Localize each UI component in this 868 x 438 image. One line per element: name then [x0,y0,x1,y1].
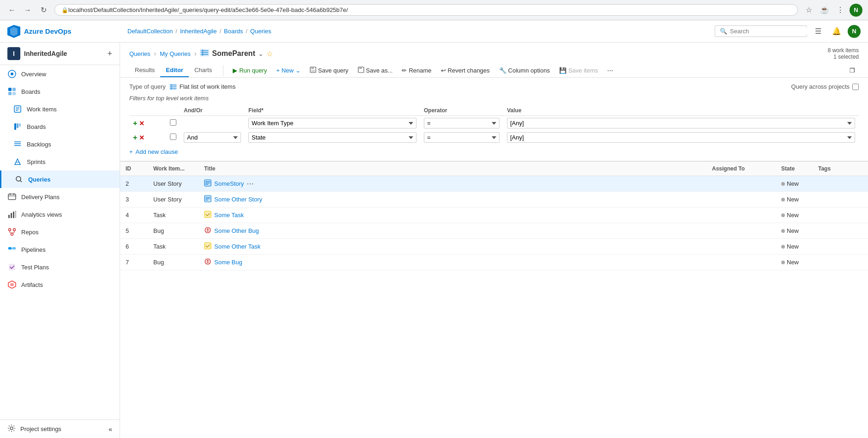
wi-title-link[interactable]: Some Other Bug [214,227,259,234]
save-items-button[interactable]: 💾 Save items [555,65,602,76]
search-icon: 🔍 [720,28,727,35]
more-actions-button[interactable]: ⋯ [603,65,617,76]
tab-editor[interactable]: Editor [160,64,189,77]
sidebar-item-boards[interactable]: Boards [0,118,120,135]
table-row[interactable]: 2 User Story SomeStory ⋯ [120,176,868,192]
wi-title-link[interactable]: Some Task [214,212,244,219]
tab-results[interactable]: Results [129,64,160,77]
col-header-state: State [776,162,813,176]
filter-row2-field-select[interactable]: State Work Item Type Title Assigned To [248,132,416,143]
filter-row2-andor-select[interactable]: And Or [184,132,241,143]
sidebar-item-pipelines[interactable]: Pipelines [0,241,120,258]
cell-state: New [776,255,813,270]
filter-row2-remove-button[interactable]: ✕ [139,134,145,141]
filter-row1-operator-select[interactable]: = != In [424,118,500,128]
sidebar-collapse-icon[interactable]: « [108,426,112,433]
top-nav: Azure DevOps DefaultCollection / Inherit… [0,20,868,43]
address-bar[interactable]: 🔒 localhost/DefaultCollection/InheritedA… [54,4,798,16]
revert-changes-button[interactable]: ↩ Revert changes [437,65,494,76]
save-query-button[interactable]: Save query [306,65,352,76]
filter-row2-value-select[interactable]: [Any] New Active Closed [507,132,855,143]
filter-row1-remove-button[interactable]: ✕ [139,120,145,127]
wi-story-icon [204,195,211,204]
add-clause-button[interactable]: + Add new clause [129,148,859,155]
filter-row1-checkbox[interactable] [170,119,176,126]
column-options-button[interactable]: 🔧 Column options [495,65,554,76]
filter-row2-add-button[interactable]: + [133,134,137,142]
sidebar-item-sprints[interactable]: Sprints [0,153,120,170]
wi-title-link[interactable]: Some Bug [214,259,242,266]
project-name[interactable]: I InheritedAgile [7,47,67,60]
wi-title-link[interactable]: SomeStory [214,180,244,187]
filter-col-actions-header [129,105,166,116]
svg-line-37 [12,232,14,233]
save-as-icon [358,67,364,74]
bc-default-collection[interactable]: DefaultCollection [127,28,173,35]
wi-title-link[interactable]: Some Other Story [214,196,262,203]
table-row[interactable]: 3 User Story Some Other Story [120,192,868,207]
filter-col-check-header [166,105,180,116]
add-project-button[interactable]: + [107,49,112,59]
filter-row1-field-select[interactable]: Work Item Type State Title Assigned To [248,118,416,128]
sidebar-item-label-analytics-views: Analytics views [21,211,62,218]
query-title-dropdown-button[interactable]: ⌄ [258,50,264,57]
extensions-button[interactable]: ☕ [818,4,831,17]
filter-row2-operator-select[interactable]: = != In [424,132,500,143]
run-query-button[interactable]: ▶ Run query [229,65,271,76]
wi-title-link[interactable]: Some Other Task [214,243,260,250]
table-row[interactable]: 4 Task Some Task [120,207,868,223]
search-input[interactable] [730,28,808,35]
sidebar-item-overview[interactable]: Overview [0,65,120,83]
sidebar-item-work-items[interactable]: Work items [0,100,120,118]
reload-button[interactable]: ↻ [37,4,50,17]
forward-button[interactable]: → [21,4,34,17]
app-body: I InheritedAgile + Overview Boards [0,43,868,438]
browser-menu-button[interactable]: ⋮ [834,4,847,17]
cell-assigned-to [706,223,776,239]
svg-marker-43 [10,283,14,286]
pipelines-icon [7,245,17,254]
browser-nav-controls[interactable]: ← → ↻ [6,4,50,17]
expand-icon: ❐ [850,67,855,74]
bc-inherited-agile[interactable]: InheritedAgile [180,28,217,35]
search-box[interactable]: 🔍 [715,25,807,37]
query-bc-queries[interactable]: Queries [129,50,151,57]
svg-point-44 [10,427,13,430]
settings-nav-button[interactable]: ☰ [811,24,826,39]
expand-button[interactable]: ❐ [846,65,859,76]
table-row[interactable]: 5 Bug Some Other Bug [120,223,868,239]
state-dot [781,229,785,233]
sidebar-item-artifacts[interactable]: Artifacts [0,276,120,293]
row-ellipsis-button[interactable]: ⋯ [247,179,254,188]
query-across-checkbox[interactable] [852,84,859,90]
tab-charts[interactable]: Charts [189,64,217,77]
sidebar-item-analytics-views[interactable]: Analytics views [0,206,120,223]
bc-boards[interactable]: Boards [224,28,243,35]
back-button[interactable]: ← [6,4,18,17]
query-title-star-button[interactable]: ☆ [266,49,273,58]
table-row[interactable]: 7 Bug Some Bug N [120,255,868,270]
filter-row2-checkbox[interactable] [170,134,176,140]
bookmark-button[interactable]: ☆ [802,4,815,17]
cell-state: New [776,239,813,255]
sidebar-item-boards-section[interactable]: Boards [0,83,120,100]
notifications-button[interactable]: 🔔 [829,24,844,39]
sidebar-item-backlogs[interactable]: Backlogs [0,135,120,153]
sidebar-item-test-plans[interactable]: Test Plans [0,258,120,276]
app-logo[interactable]: Azure DevOps [7,25,127,38]
sidebar-item-queries[interactable]: Queries [0,170,120,188]
filter-row1-add-button[interactable]: + [133,119,137,128]
state-dot [781,213,785,217]
new-button[interactable]: + New ⌄ [272,65,304,76]
sidebar-item-project-settings[interactable]: Project settings « [0,420,120,438]
sidebar-item-delivery-plans[interactable]: Delivery Plans [0,188,120,206]
filter-row1-value-select[interactable]: [Any] User Story Task Bug [507,118,855,128]
table-row[interactable]: 6 Task Some Other Task [120,239,868,255]
save-as-button[interactable]: Save as... [354,65,397,76]
sidebar-item-repos[interactable]: Repos [0,223,120,241]
cell-witype: User Story [148,192,199,207]
query-bc-my-queries[interactable]: My Queries [160,50,190,57]
user-avatar[interactable]: N [848,25,861,38]
rename-button[interactable]: ✏ Rename [398,65,435,76]
bc-queries[interactable]: Queries [250,28,271,35]
